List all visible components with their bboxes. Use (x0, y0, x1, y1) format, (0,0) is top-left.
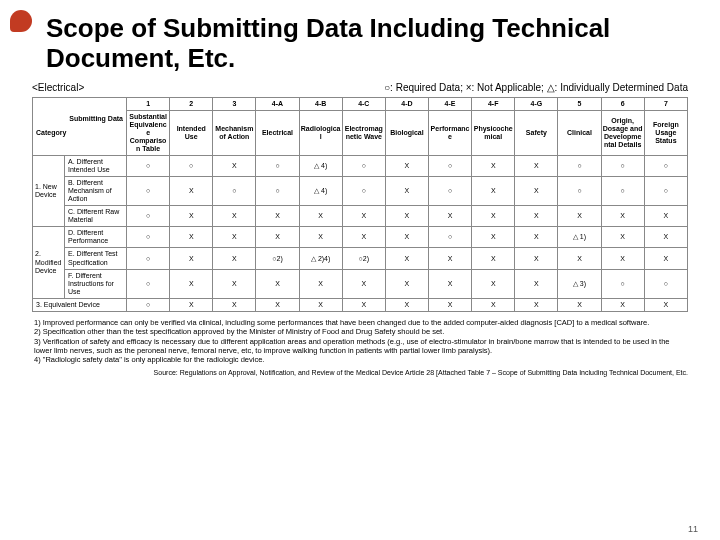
table-row: E. Different Test Specification○XX○2)△ 2… (33, 248, 688, 269)
cell: X (644, 206, 687, 227)
cell: ○ (644, 269, 687, 298)
cell: X (515, 298, 558, 311)
cell: X (472, 298, 515, 311)
cell: ○ (127, 177, 170, 206)
table-row: 3. Equivalent Device○XXXXXXXXXXXX (33, 298, 688, 311)
cell: X (385, 227, 428, 248)
cell: X (558, 248, 601, 269)
cell: X (472, 206, 515, 227)
row-label: B. Different Mechanism of Action (65, 177, 127, 206)
cell: X (213, 156, 256, 177)
cell: X (256, 227, 299, 248)
cell: X (429, 298, 472, 311)
group-cell: 1. New Device (33, 156, 65, 227)
cell: X (601, 206, 644, 227)
table-row: F. Different Instructions for Use○XXXXXX… (33, 269, 688, 298)
cell: X (429, 206, 472, 227)
cell: △ 4) (299, 156, 342, 177)
cell: X (515, 248, 558, 269)
cell: X (213, 298, 256, 311)
cell: ○ (256, 177, 299, 206)
cell: X (429, 269, 472, 298)
cell: X (515, 177, 558, 206)
cell: X (170, 298, 213, 311)
cell: △ 3) (558, 269, 601, 298)
page-number: 11 (688, 524, 698, 534)
cell: X (644, 298, 687, 311)
cell: ○ (429, 227, 472, 248)
cell: X (472, 269, 515, 298)
row-label: F. Different Instructions for Use (65, 269, 127, 298)
cell: ○ (170, 156, 213, 177)
cell: X (429, 248, 472, 269)
cell: X (472, 177, 515, 206)
cell: ○ (644, 177, 687, 206)
cell: ○2) (342, 248, 385, 269)
cell: X (472, 227, 515, 248)
cell: X (385, 248, 428, 269)
cell: X (299, 269, 342, 298)
cell: X (213, 227, 256, 248)
cell: X (213, 206, 256, 227)
cell: X (170, 227, 213, 248)
cell: X (213, 248, 256, 269)
legend: ○: Required Data; ×: Not Applicable; △: … (384, 82, 688, 93)
cell: X (515, 269, 558, 298)
source-line: Source: Regulations on Approval, Notific… (32, 369, 688, 376)
cell: ○2) (256, 248, 299, 269)
row-label: 3. Equivalent Device (33, 298, 127, 311)
cell: ○ (213, 177, 256, 206)
table-body: 1. New DeviceA. Different Intended Use○○… (33, 156, 688, 312)
cell: ○ (429, 177, 472, 206)
page-title: Scope of Submitting Data Including Techn… (46, 14, 688, 74)
cell: ○ (644, 156, 687, 177)
cell: X (342, 206, 385, 227)
cell: △ 2)4) (299, 248, 342, 269)
cell: X (342, 227, 385, 248)
cell: ○ (429, 156, 472, 177)
cell: △ 1) (558, 227, 601, 248)
cell: X (385, 156, 428, 177)
cell: ○ (127, 227, 170, 248)
header-row-labels: Substantial Equivalence Comparison Table… (33, 110, 688, 155)
group-cell: 2. Modified Device (33, 227, 65, 298)
cell: X (515, 227, 558, 248)
section-tag: <Electrical> (32, 82, 84, 93)
corner-header: Submitting Data Category (33, 97, 127, 155)
cell: ○ (127, 298, 170, 311)
cell: ○ (601, 156, 644, 177)
data-table: Submitting Data Category 1234-A4-B4-C4-D… (32, 97, 688, 312)
subtitle-row: <Electrical> ○: Required Data; ×: Not Ap… (32, 82, 688, 93)
cell: X (385, 298, 428, 311)
cell: X (256, 269, 299, 298)
cell: ○ (601, 177, 644, 206)
cell: X (342, 298, 385, 311)
footnotes: 1) Improved performance can only be veri… (34, 318, 686, 365)
table-row: 2. Modified DeviceD. Different Performan… (33, 227, 688, 248)
cell: X (515, 156, 558, 177)
cell: ○ (127, 156, 170, 177)
cell: ○ (558, 177, 601, 206)
cell: X (385, 269, 428, 298)
cell: X (644, 248, 687, 269)
cell: ○ (601, 269, 644, 298)
logo-icon (10, 10, 32, 32)
cell: X (385, 206, 428, 227)
cell: X (299, 206, 342, 227)
cell: X (385, 177, 428, 206)
table-row: B. Different Mechanism of Action○X○○△ 4)… (33, 177, 688, 206)
slide: Scope of Submitting Data Including Techn… (0, 0, 720, 540)
cell: ○ (127, 206, 170, 227)
cell: ○ (127, 248, 170, 269)
cell: ○ (127, 269, 170, 298)
table-row: 1. New DeviceA. Different Intended Use○○… (33, 156, 688, 177)
cell: X (472, 248, 515, 269)
cell: X (170, 248, 213, 269)
cell: X (472, 156, 515, 177)
cell: X (213, 269, 256, 298)
header-row-nums: Submitting Data Category 1234-A4-B4-C4-D… (33, 97, 688, 110)
cell: X (342, 269, 385, 298)
cell: X (601, 248, 644, 269)
cell: X (170, 206, 213, 227)
cell: X (601, 227, 644, 248)
